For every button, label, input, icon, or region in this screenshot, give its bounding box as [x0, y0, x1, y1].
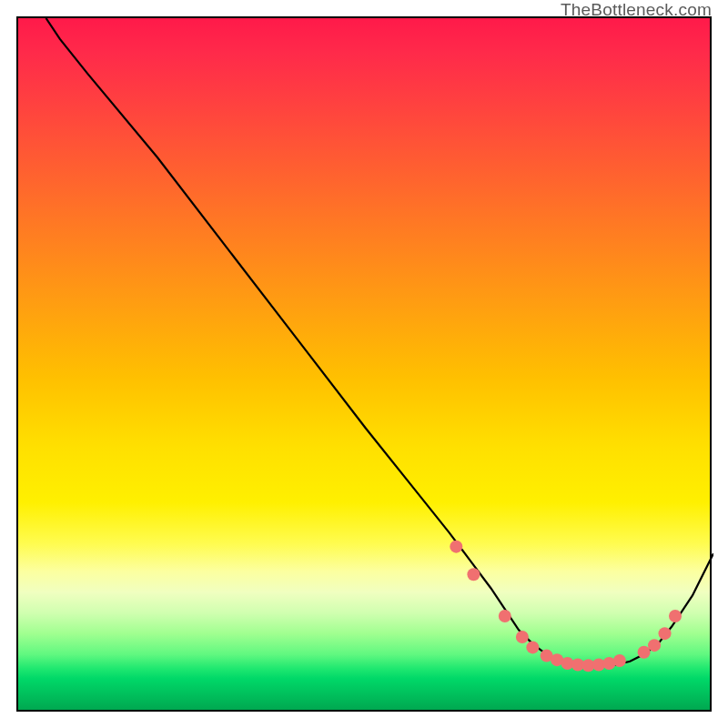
chart-svg	[18, 18, 713, 713]
data-marker	[659, 627, 672, 640]
chart-container: TheBottleneck.com	[0, 0, 728, 728]
plot-area	[16, 16, 712, 712]
curve-markers	[450, 541, 682, 672]
curve-line	[46, 18, 713, 666]
data-marker	[467, 568, 480, 581]
data-marker	[613, 654, 626, 667]
data-marker	[638, 646, 651, 659]
data-marker	[516, 631, 529, 643]
data-marker	[648, 639, 661, 652]
data-marker	[526, 641, 539, 653]
data-marker	[450, 541, 462, 553]
data-marker	[669, 610, 682, 622]
data-marker	[499, 610, 511, 622]
